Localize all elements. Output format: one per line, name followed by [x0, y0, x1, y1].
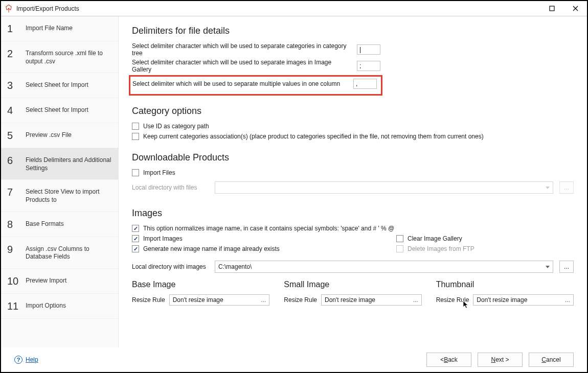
ellipsis-icon: ... [565, 296, 570, 304]
download-local-dir-row: Local directory with files ... [132, 181, 574, 194]
step-number: 9 [7, 244, 18, 254]
checkbox-icon [132, 169, 139, 176]
help-icon: ? [14, 356, 22, 364]
import-images-checkbox-row[interactable]: Import Images [132, 235, 340, 242]
help-link[interactable]: ? Help [14, 356, 38, 364]
step-number: 6 [7, 155, 18, 166]
step-2[interactable]: 2Transform source .xml file to output .c… [1, 41, 118, 73]
resize-rule-label: Resize Rule [436, 296, 469, 304]
import-images-label: Import Images [143, 235, 183, 242]
step-3[interactable]: 3Select Sheet for Import [1, 73, 118, 98]
delimiters-heading: Delimiters for file details [132, 26, 574, 36]
step-9[interactable]: 9Assign .csv Columns to Database Fields [1, 237, 118, 269]
chevron-down-icon [546, 186, 550, 189]
step-label: Transform source .xml file to output .cs… [26, 49, 113, 65]
thumbnail-column: Thumbnail Resize Rule Don't resize image… [436, 280, 574, 306]
keep-categories-checkbox-row[interactable]: Keep current categories association(s) (… [132, 133, 574, 140]
images-options-grid: Import Images Clear Image Gallery Genera… [132, 235, 574, 255]
delete-ftp-checkbox-row: Delete Images from FTP [396, 245, 574, 252]
clear-gallery-checkbox-row[interactable]: Clear Image Gallery [396, 235, 574, 242]
ellipsis-icon: ... [261, 296, 266, 304]
checkbox-icon [132, 235, 139, 242]
small-image-resize-row: Resize Rule Don't resize image ... [284, 294, 421, 306]
cancel-button[interactable]: Cancel [529, 353, 574, 367]
thumbnail-resize-combo[interactable]: Don't resize image ... [473, 294, 574, 306]
delimiter-multivalue-row: Select delimiter which will be used to s… [132, 79, 377, 89]
step-6[interactable]: 6Fields Delimiters and Additional Settin… [1, 148, 118, 180]
step-7[interactable]: 7Select Store View to import Products to [1, 180, 118, 212]
step-number: 2 [7, 49, 18, 59]
step-label: Fields Delimiters and Additional Setting… [26, 155, 113, 172]
category-options-heading: Category options [132, 106, 574, 116]
step-number: 7 [7, 187, 18, 197]
maximize-button[interactable] [540, 1, 563, 16]
delimiter-images-input[interactable] [357, 61, 380, 71]
step-11[interactable]: 11Import Options [1, 294, 118, 319]
step-label: Import Options [26, 301, 66, 310]
import-files-checkbox-row[interactable]: Import Files [132, 169, 574, 176]
import-export-window: Import/Export Products 1Import File Name… [0, 0, 588, 373]
step-1[interactable]: 1Import File Name [1, 16, 118, 41]
small-image-column: Small Image Resize Rule Don't resize ima… [284, 280, 421, 306]
images-local-dir-combo[interactable]: C:\magento\ [215, 261, 553, 273]
step-number: 8 [7, 219, 18, 229]
normalize-checkbox-row[interactable]: This option normalizes image name, in ca… [132, 225, 574, 232]
svg-rect-1 [550, 6, 554, 11]
generate-name-label: Generate new image name if image already… [143, 245, 280, 252]
base-image-column: Base Image Resize Rule Don't resize imag… [132, 280, 269, 306]
clear-gallery-label: Clear Image Gallery [408, 235, 462, 242]
small-image-resize-value: Don't resize image [325, 296, 375, 304]
step-number: 5 [7, 130, 18, 141]
checkbox-icon [396, 235, 403, 242]
step-label: Select Sheet for Import [26, 80, 88, 89]
next-button[interactable]: Next > [478, 353, 523, 367]
chevron-down-icon [546, 266, 550, 268]
delimiter-multivalue-input[interactable] [353, 79, 377, 89]
step-5[interactable]: 5Preview .csv File [1, 123, 118, 148]
keep-categories-label: Keep current categories association(s) (… [143, 133, 484, 140]
resize-columns: Base Image Resize Rule Don't resize imag… [132, 280, 574, 306]
base-image-resize-combo[interactable]: Don't resize image ... [169, 294, 270, 306]
delimiter-category-row: Select delimiter character which will be… [132, 42, 574, 57]
thumbnail-heading: Thumbnail [436, 280, 574, 289]
download-browse-button: ... [559, 181, 574, 194]
small-image-resize-combo[interactable]: Don't resize image ... [321, 294, 422, 306]
step-number: 10 [7, 276, 18, 286]
resize-rule-label: Resize Rule [284, 296, 317, 304]
step-4[interactable]: 4Select Sheet for Import [1, 98, 118, 123]
delimiter-category-label: Select delimiter character which will be… [132, 42, 352, 57]
resize-rule-label: Resize Rule [132, 296, 165, 304]
use-id-label: Use ID as category path [143, 123, 209, 130]
close-button[interactable] [563, 1, 587, 16]
step-number: 3 [7, 80, 18, 90]
step-label: Select Sheet for Import [26, 105, 88, 114]
thumbnail-resize-value: Don't resize image [477, 296, 527, 304]
images-heading: Images [132, 208, 574, 219]
step-number: 4 [7, 105, 18, 115]
base-image-resize-row: Resize Rule Don't resize image ... [132, 294, 269, 306]
checkbox-icon [132, 123, 139, 130]
checkbox-icon [396, 245, 403, 252]
back-button[interactable]: < Back [426, 353, 471, 367]
wizard-sidebar: 1Import File Name 2Transform source .xml… [1, 16, 119, 347]
checkbox-icon [132, 133, 139, 140]
window-body: 1Import File Name 2Transform source .xml… [1, 16, 587, 347]
delimiter-category-input[interactable] [357, 44, 380, 55]
step-10[interactable]: 10Preview Import [1, 269, 118, 294]
generate-name-checkbox-row[interactable]: Generate new image name if image already… [132, 245, 340, 252]
images-local-dir-label: Local directory with images [132, 263, 209, 270]
delimiter-multivalue-label: Select delimiter which will be used to s… [132, 80, 348, 87]
step-label: Preview .csv File [26, 130, 72, 139]
system-buttons [540, 1, 587, 16]
delimiter-images-row: Select delimiter character which will be… [132, 59, 574, 73]
window-title: Import/Export Products [16, 5, 79, 12]
use-id-checkbox-row[interactable]: Use ID as category path [132, 123, 574, 130]
step-label: Select Store View to import Products to [26, 187, 113, 204]
checkbox-icon [132, 245, 139, 252]
images-browse-button[interactable]: ... [559, 261, 574, 273]
ellipsis-icon: ... [413, 296, 418, 304]
step-8[interactable]: 8Base Formats [1, 212, 118, 237]
normalize-label: This option normalizes image name, in ca… [143, 225, 394, 232]
svg-point-0 [8, 8, 9, 9]
download-local-dir-label: Local directory with files [132, 184, 209, 191]
